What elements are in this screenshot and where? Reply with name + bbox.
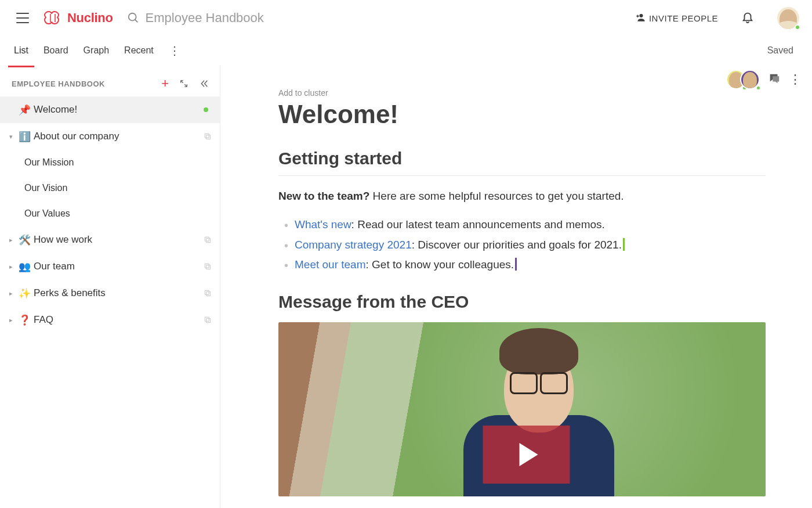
list-item[interactable]: What's new: Read our latest team announc… (281, 215, 766, 235)
svg-rect-4 (205, 134, 209, 138)
collab-cursor (623, 238, 625, 251)
document-area: ⋮ Add to cluster Welcome! Getting starte… (220, 65, 812, 508)
view-tab-list[interactable]: List (14, 36, 28, 65)
doc-link[interactable]: Meet our team (295, 258, 366, 271)
svg-rect-10 (205, 290, 209, 294)
invite-people-button[interactable]: INVITE PEOPLE (635, 12, 718, 24)
page-title[interactable]: Welcome! (278, 100, 766, 129)
brand-name: Nuclino (67, 10, 113, 26)
search-icon (127, 12, 140, 24)
text-bold: New to the team? (278, 190, 369, 202)
paragraph[interactable]: New to the team? Here are some helpful r… (278, 188, 766, 204)
comments-icon[interactable] (768, 72, 781, 87)
svg-line-1 (135, 20, 137, 23)
doc-link[interactable]: What's new (295, 218, 351, 230)
workspace-title: EMPLOYEE HANDBOOK (12, 80, 151, 88)
item-emoji-icon: 🛠️ (19, 234, 30, 246)
save-status: Saved (767, 45, 793, 56)
person-add-icon (635, 12, 646, 24)
copy-icon[interactable] (204, 289, 212, 297)
svg-point-2 (639, 14, 643, 17)
add-item-icon[interactable]: + (161, 77, 169, 90)
presence-indicator (756, 85, 761, 91)
svg-rect-6 (205, 237, 209, 241)
tree-item[interactable]: ▾ℹ️About our company (0, 123, 220, 150)
chevron-icon[interactable]: ▸ (7, 316, 15, 324)
svg-rect-3 (206, 135, 211, 139)
item-label: Welcome! (34, 104, 200, 116)
collab-cursor (515, 258, 517, 271)
tree-item[interactable]: ▸👥Our team (0, 253, 220, 280)
sidebar: EMPLOYEE HANDBOOK + 📌Welcome!▾ℹ️About ou… (0, 65, 220, 508)
divider (278, 175, 766, 176)
item-emoji-icon: 👥 (19, 261, 30, 273)
menu-icon[interactable] (16, 13, 29, 23)
item-label: How we work (34, 234, 200, 246)
copy-icon[interactable] (204, 236, 212, 244)
item-label: Our Vision (24, 183, 212, 193)
svg-rect-9 (206, 292, 211, 296)
item-label: Perks & benefits (34, 287, 200, 299)
copy-icon[interactable] (204, 262, 212, 271)
tree-item[interactable]: Our Values (0, 201, 220, 226)
app-logo[interactable]: Nuclino (43, 10, 113, 26)
copy-icon[interactable] (204, 316, 212, 324)
doc-link[interactable]: Company strategy 2021 (295, 239, 412, 251)
presence-indicator (204, 107, 208, 112)
doc-more-icon[interactable]: ⋮ (789, 73, 802, 86)
add-to-cluster-button[interactable]: Add to cluster (278, 88, 766, 98)
item-emoji-icon: ✨ (19, 287, 30, 300)
tree-item[interactable]: ▸❓FAQ (0, 307, 220, 333)
presence-indicator (795, 24, 800, 30)
chevron-icon[interactable]: ▸ (7, 263, 15, 271)
collapse-sidebar-icon[interactable] (199, 79, 209, 88)
video-embed[interactable] (278, 322, 766, 496)
item-emoji-icon: ℹ️ (19, 131, 30, 143)
tree-item[interactable]: Our Vision (0, 175, 220, 201)
brain-icon (43, 10, 63, 26)
svg-rect-5 (206, 239, 211, 243)
chevron-icon[interactable]: ▸ (7, 290, 15, 297)
view-tab-recent[interactable]: Recent (124, 36, 154, 65)
item-label: Our Values (24, 208, 212, 219)
tree-item[interactable]: 📌Welcome! (0, 96, 220, 123)
collaborator-avatars[interactable] (726, 70, 760, 89)
item-label: About our company (34, 131, 200, 142)
svg-rect-7 (206, 265, 211, 269)
item-label: Our team (34, 261, 200, 272)
notifications-icon[interactable] (741, 10, 754, 26)
copy-icon[interactable] (204, 132, 212, 140)
invite-label: INVITE PEOPLE (649, 13, 718, 23)
text: : Read our latest team announcements and… (351, 218, 605, 230)
play-icon (520, 443, 538, 466)
item-label: Our Mission (24, 157, 212, 168)
chevron-icon[interactable]: ▸ (7, 236, 15, 244)
text: : Discover our priorities and goals for … (412, 239, 622, 251)
item-label: FAQ (34, 314, 200, 326)
search-input[interactable] (146, 10, 436, 26)
list-item[interactable]: Company strategy 2021: Discover our prio… (281, 235, 766, 255)
svg-rect-8 (205, 264, 209, 268)
item-emoji-icon: 📌 (19, 104, 30, 116)
search-field[interactable] (127, 10, 621, 26)
play-button[interactable] (483, 426, 570, 484)
tree-item[interactable]: ▸🛠️How we work (0, 226, 220, 253)
expand-icon[interactable] (179, 79, 188, 88)
text: : Get to know your colleagues. (366, 258, 514, 271)
svg-rect-12 (205, 317, 209, 321)
text: Here are some helpful resources to get y… (369, 190, 624, 202)
view-tab-board[interactable]: Board (44, 36, 68, 65)
view-more-icon[interactable]: ⋮ (169, 44, 180, 57)
svg-point-0 (128, 13, 136, 21)
bullet-list[interactable]: What's new: Read our latest team announc… (281, 215, 766, 275)
tree-item[interactable]: ▸✨Perks & benefits (0, 280, 220, 307)
item-emoji-icon: ❓ (19, 314, 30, 326)
tree-item[interactable]: Our Mission (0, 150, 220, 175)
section-heading[interactable]: Message from the CEO (278, 292, 766, 312)
list-item[interactable]: Meet our team: Get to know your colleagu… (281, 255, 766, 275)
view-tab-graph[interactable]: Graph (84, 36, 109, 65)
current-user-avatar[interactable] (777, 7, 799, 29)
svg-rect-11 (206, 319, 211, 323)
chevron-icon[interactable]: ▾ (7, 133, 15, 140)
section-heading[interactable]: Getting started (278, 149, 766, 168)
